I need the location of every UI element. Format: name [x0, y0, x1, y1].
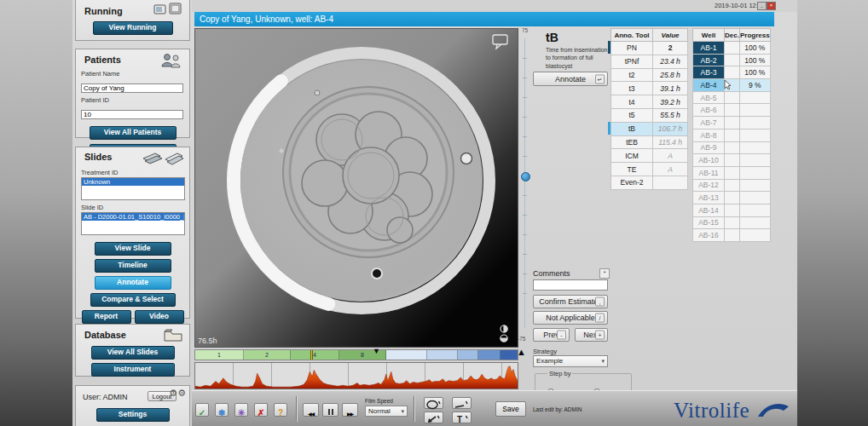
- patient-name-field[interactable]: [81, 83, 183, 93]
- view-running-button[interactable]: View Running: [93, 21, 173, 35]
- rewind-button[interactable]: ◀◀: [303, 403, 319, 417]
- well-row[interactable]: AB-3100 %: [693, 66, 771, 79]
- patient-id-label: Patient ID: [81, 96, 189, 104]
- division-seg-4[interactable]: 4: [291, 350, 339, 360]
- annotate-button-label: Annotate: [555, 75, 586, 83]
- annotate-button[interactable]: Annotate ↵: [533, 72, 608, 86]
- anno-row[interactable]: tPNf23.4 h: [611, 55, 688, 68]
- well-row[interactable]: AB-16: [693, 229, 771, 242]
- confirm-estimates-button[interactable]: Confirm Estimates ,: [533, 295, 608, 308]
- draw-text-button[interactable]: T: [452, 412, 472, 423]
- draw-arrow-button[interactable]: [424, 412, 443, 423]
- forward-button[interactable]: ▶▶: [342, 403, 358, 417]
- anno-row[interactable]: tEB115.4 h: [611, 135, 688, 149]
- next-button[interactable]: Next +: [575, 328, 608, 342]
- focal-slider-handle[interactable]: [521, 172, 530, 181]
- timeline-button[interactable]: Timeline: [95, 259, 171, 273]
- slide-id-item[interactable]: AB - D2000-01.01_S10010_I0000_P: [82, 213, 184, 221]
- instrument-button[interactable]: Instrument: [91, 363, 175, 377]
- comments-input[interactable]: [533, 279, 608, 291]
- anno-header-value: Value: [653, 29, 688, 42]
- strategy-value: Example: [536, 357, 563, 365]
- anno-row[interactable]: TEA: [611, 163, 688, 176]
- view-title: Copy of Yang, Unknown, well: AB-4: [194, 12, 774, 26]
- well-row[interactable]: AB-13: [693, 192, 771, 204]
- current-time-marker[interactable]: ▼: [373, 347, 380, 355]
- activity-histogram[interactable]: [194, 362, 518, 389]
- anno-row[interactable]: t225.8 h: [611, 68, 688, 82]
- treatment-id-label: Treatment ID: [81, 169, 189, 176]
- view-all-patients-button[interactable]: View All Patients: [90, 126, 176, 140]
- well-header: Well: [693, 29, 725, 42]
- slides-icon: [142, 150, 184, 165]
- top-strip: [192, 0, 797, 12]
- patient-id-field[interactable]: [81, 110, 183, 119]
- report-button[interactable]: Report: [82, 310, 131, 324]
- confirm-check-button[interactable]: ✓: [195, 403, 209, 417]
- well-row[interactable]: AB-1100 %: [693, 42, 771, 55]
- close-button[interactable]: ×: [767, 2, 776, 10]
- treatment-id-item[interactable]: Unknown: [82, 178, 184, 186]
- draw-ellipse-button[interactable]: [424, 397, 443, 409]
- confirm-key-hint: ,: [595, 297, 605, 307]
- slide-id-list[interactable]: AB - D2000-01.01_S10010_I0000_P: [81, 212, 185, 235]
- settings-button[interactable]: Settings: [96, 408, 170, 422]
- well-row[interactable]: AB-6: [693, 104, 771, 117]
- well-row[interactable]: AB-15: [693, 216, 771, 229]
- user-panel: User: ADMIN Logout ⚙⚙ Settings: [75, 385, 190, 426]
- anno-row[interactable]: Even-2: [611, 176, 688, 189]
- strategy-dropdown[interactable]: Example ▾: [533, 355, 608, 367]
- well-row[interactable]: AB-10: [693, 154, 771, 167]
- freeze-button[interactable]: ❄: [215, 403, 229, 417]
- confirm-estimates-label: Confirm Estimates: [539, 297, 602, 306]
- annotate-nav-button[interactable]: Annotate: [95, 276, 171, 290]
- instrument-icons: [153, 3, 182, 16]
- mouse-cursor: [724, 79, 732, 90]
- prev-button[interactable]: Prev -: [533, 328, 570, 342]
- view-slide-button[interactable]: View Slide: [95, 242, 171, 256]
- well-row[interactable]: AB-14: [693, 204, 771, 216]
- well-row[interactable]: AB-5: [693, 91, 771, 104]
- question-button[interactable]: ?: [274, 403, 287, 417]
- focal-slider-track[interactable]: [524, 38, 525, 328]
- video-button[interactable]: Video: [135, 310, 184, 324]
- division-seg-blue1[interactable]: [386, 350, 427, 360]
- not-applicable-button[interactable]: Not Applicable /: [533, 311, 608, 325]
- minimize-button[interactable]: _: [757, 2, 767, 10]
- embryo-image[interactable]: [194, 28, 518, 348]
- division-seg-blue3[interactable]: [458, 350, 478, 360]
- well-row[interactable]: AB-8: [693, 129, 771, 141]
- anno-row[interactable]: t555.5 h: [611, 108, 688, 122]
- well-row[interactable]: AB-11: [693, 166, 771, 179]
- division-timeline[interactable]: 1 2 4 8: [194, 349, 518, 360]
- discard-button[interactable]: ✗: [254, 403, 268, 417]
- progress-header: Progress: [740, 29, 771, 42]
- tb-row-marker: [608, 122, 610, 135]
- save-button[interactable]: Save: [495, 401, 526, 417]
- running-panel: Running View Running: [75, 0, 190, 41]
- well-row[interactable]: AB-7: [693, 117, 771, 130]
- division-seg-blue5[interactable]: [501, 350, 518, 360]
- anno-row[interactable]: ICMA: [611, 149, 688, 163]
- anno-row-selected[interactable]: tB106.7 h: [611, 122, 688, 135]
- film-speed-dropdown[interactable]: Normal ▾: [365, 406, 408, 417]
- division-seg-2[interactable]: 2: [244, 350, 291, 360]
- view-all-slides-button[interactable]: View All Slides: [91, 346, 175, 360]
- anno-row[interactable]: PN2: [611, 42, 688, 55]
- well-row[interactable]: AB-9: [693, 141, 771, 154]
- vitrolife-swoosh-icon: [757, 400, 790, 419]
- next-key-hint: +: [595, 331, 605, 340]
- pause-button[interactable]: [322, 403, 339, 417]
- anno-row[interactable]: t339.1 h: [611, 82, 688, 95]
- compare-select-button[interactable]: Compare & Select: [90, 293, 176, 307]
- division-seg-blue2[interactable]: [427, 350, 458, 360]
- slides-panel: Slides Treatment ID Unknown Slide ID AB …: [75, 147, 190, 319]
- freeze-alt-button[interactable]: ✳: [234, 403, 248, 417]
- draw-line-button[interactable]: [452, 397, 472, 409]
- anno-row[interactable]: t439.2 h: [611, 95, 688, 109]
- division-seg-1[interactable]: 1: [195, 350, 244, 360]
- well-row[interactable]: AB-12: [693, 179, 771, 192]
- division-seg-blue4[interactable]: [478, 350, 501, 360]
- well-row[interactable]: AB-2100 %: [693, 54, 771, 66]
- treatment-id-list[interactable]: Unknown: [81, 177, 185, 200]
